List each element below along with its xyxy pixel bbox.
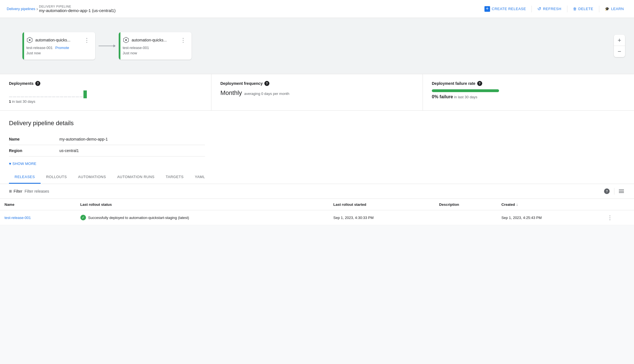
details-value-name: my-automation-demo-app-1 (59, 134, 205, 145)
delete-icon: 🗑 (573, 7, 577, 11)
refresh-icon: ↺ (537, 6, 541, 11)
filter-button[interactable]: ≡ Filter (9, 188, 22, 194)
zoom-controls: + − (614, 35, 625, 57)
stage-icon-2 (123, 37, 129, 43)
table-header-row: Name Last rollout status Last rollout st… (0, 199, 634, 210)
filter-help-button[interactable]: ? (603, 187, 611, 195)
divider-3 (599, 6, 599, 12)
details-label-region: Region (9, 145, 59, 157)
th-created[interactable]: Created ↓ (497, 199, 603, 210)
svg-point-1 (29, 39, 31, 41)
chart-dash-19 (80, 97, 83, 97)
details-table: Name my-automation-demo-app-1 Region us-… (9, 134, 205, 157)
filter-divider (614, 188, 614, 195)
th-name: Name (0, 199, 76, 210)
chart-dash-17 (72, 97, 75, 97)
deployments-count: 1 in last 30 days (9, 99, 202, 104)
releases-table: Name Last rollout status Last rollout st… (0, 199, 634, 225)
pipeline-name: my-automation-demo-app-1 (us-central1) (39, 8, 115, 13)
details-label-name: Name (9, 134, 59, 145)
stage-time-1: Just now (26, 51, 91, 55)
learn-button[interactable]: 🎓 LEARN (602, 4, 627, 13)
chart-dash-7 (32, 97, 36, 97)
th-last-rollout-started: Last rollout started (329, 199, 435, 210)
filter-placeholder: Filter releases (25, 189, 49, 193)
arrow-line (99, 46, 115, 46)
top-actions: + CREATE RELEASE ↺ REFRESH 🗑 DELETE 🎓 LE… (481, 4, 627, 14)
failure-rate-sub: in last 30 days (454, 95, 477, 99)
failure-rate-metric: Deployment failure rate ? 0% failure in … (423, 74, 634, 110)
stage-card-2: automation-quicks... ⋮ test-release-001 … (119, 32, 192, 60)
failure-rate-help-icon[interactable]: ? (477, 81, 482, 86)
zoom-in-button[interactable]: + (614, 35, 625, 46)
chart-dash-6 (29, 97, 32, 97)
filter-right: ? (603, 187, 625, 195)
breadcrumb-current: DELIVERY PIPELINE my-automation-demo-app… (39, 5, 115, 13)
promote-link-1[interactable]: Promote (55, 46, 69, 50)
chart-bar-1 (83, 90, 87, 98)
frequency-help-icon[interactable]: ? (264, 81, 269, 86)
failure-rate-title: Deployment failure rate (432, 81, 476, 86)
show-more-link[interactable]: ▾ SHOW MORE (9, 157, 625, 171)
cell-status: ✓ Successfully deployed to automation-qu… (76, 210, 329, 225)
svg-point-3 (125, 39, 127, 41)
filter-label: Filter (14, 189, 22, 193)
pipeline-stages: automation-quicks... ⋮ test-release-001 … (22, 32, 192, 60)
frequency-title: Deployment frequency (220, 81, 263, 86)
pipeline-canvas: automation-quicks... ⋮ test-release-001 … (0, 18, 634, 74)
divider-2 (567, 6, 567, 12)
details-section: Delivery pipeline details Name my-automa… (0, 111, 634, 171)
filter-bar: ≡ Filter Filter releases ? (0, 184, 634, 199)
row-menu-button[interactable]: ⋮ (607, 214, 613, 221)
breadcrumb-link[interactable]: Delivery pipelines (7, 7, 35, 11)
learn-icon: 🎓 (605, 7, 610, 11)
chart-dash-16 (68, 97, 71, 97)
breadcrumb: Delivery pipelines › DELIVERY PIPELINE m… (7, 5, 481, 13)
th-actions (603, 199, 634, 210)
chart-dash-3 (17, 97, 20, 97)
divider-1 (532, 6, 532, 12)
cell-name: test-release-001 (0, 210, 76, 225)
stage-card-1: automation-quicks... ⋮ test-release-001 … (22, 32, 95, 60)
chart-dash-2 (13, 97, 16, 97)
chart-dash-14 (60, 97, 63, 97)
deployments-title: Deployments (9, 81, 34, 86)
columns-button[interactable] (618, 188, 625, 194)
sort-icon: ↓ (516, 202, 518, 207)
create-release-button[interactable]: + CREATE RELEASE (481, 4, 529, 14)
tab-targets[interactable]: TARGETS (160, 171, 189, 184)
tab-automations[interactable]: AUTOMATIONS (73, 171, 112, 184)
tab-rollouts[interactable]: ROLLOUTS (41, 171, 73, 184)
cell-row-menu: ⋮ (603, 210, 634, 225)
tab-automation-runs[interactable]: AUTOMATION RUNS (111, 171, 160, 184)
deployments-metric: Deployments ? 1 (0, 74, 211, 110)
frequency-sub: averaging 0 days per month (244, 92, 289, 96)
chart-dash-18 (76, 97, 79, 97)
stage-name-1: automation-quicks... (35, 38, 70, 42)
tab-releases[interactable]: RELEASES (9, 171, 41, 184)
refresh-button[interactable]: ↺ REFRESH (534, 4, 565, 14)
th-description: Description (435, 199, 497, 210)
status-text: Successfully deployed to automation-quic… (88, 216, 189, 220)
delete-button[interactable]: 🗑 DELETE (570, 4, 597, 13)
breadcrumb-separator: › (36, 6, 38, 11)
pipeline-arrow (95, 46, 119, 46)
chevron-down-icon: ▾ (9, 161, 11, 166)
chart-dash-4 (21, 97, 24, 97)
details-row-name: Name my-automation-demo-app-1 (9, 134, 205, 145)
stage-menu-button-2[interactable]: ⋮ (179, 37, 187, 43)
failure-rate-bar (432, 89, 499, 92)
stage-menu-button-1[interactable]: ⋮ (83, 37, 91, 43)
tab-yaml[interactable]: YAML (189, 171, 211, 184)
status-check-icon: ✓ (80, 215, 86, 220)
cell-rollout-started: Sep 1, 2023, 4:30:33 PM (329, 210, 435, 225)
chart-dash-9 (40, 97, 44, 97)
frequency-value: Monthly (220, 89, 242, 97)
deployments-chart (9, 89, 202, 98)
stage-icon-1 (26, 37, 33, 43)
zoom-out-button[interactable]: − (614, 46, 625, 57)
deployments-help-icon[interactable]: ? (35, 81, 40, 86)
plus-icon: + (484, 6, 490, 12)
release-link[interactable]: test-release-001 (4, 216, 31, 220)
chart-dash-15 (64, 97, 67, 97)
